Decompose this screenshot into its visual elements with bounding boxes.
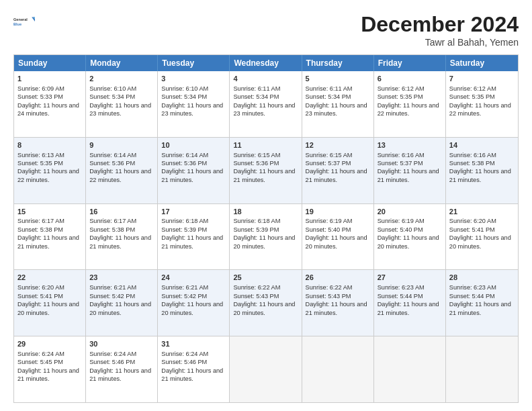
day-number: 6 [378, 74, 442, 84]
sunrise-text: Sunrise: 6:13 AM [17, 152, 64, 158]
daylight-text: Daylight: 11 hours and 23 minutes. [233, 102, 295, 117]
cell-dec-30: 30 Sunrise: 6:24 AM Sunset: 5:46 PM Dayl… [86, 336, 158, 402]
sunrise-text: Sunrise: 6:17 AM [89, 218, 136, 224]
day-number: 28 [449, 273, 515, 283]
daylight-text: Daylight: 11 hours and 21 minutes. [161, 168, 223, 183]
header-saturday: Saturday [446, 55, 518, 71]
daylight-text: Daylight: 11 hours and 21 minutes. [378, 168, 439, 183]
day-number: 31 [161, 339, 226, 349]
sunset-text: Sunset: 5:41 PM [449, 226, 495, 233]
sunset-text: Sunset: 5:33 PM [17, 93, 63, 100]
daylight-text: Daylight: 11 hours and 21 minutes. [378, 301, 439, 316]
sunset-text: Sunset: 5:35 PM [17, 160, 63, 167]
sunrise-text: Sunrise: 6:18 AM [161, 218, 208, 224]
week-row-1: 1 Sunrise: 6:09 AM Sunset: 5:33 PM Dayli… [14, 71, 518, 138]
sunrise-text: Sunrise: 6:23 AM [378, 284, 425, 291]
cell-dec-7: 7 Sunrise: 6:12 AM Sunset: 5:35 PM Dayli… [446, 71, 518, 137]
daylight-text: Daylight: 11 hours and 20 minutes. [17, 301, 79, 316]
sunrise-text: Sunrise: 6:10 AM [89, 85, 136, 92]
sunrise-text: Sunrise: 6:22 AM [233, 284, 280, 291]
day-number: 24 [161, 273, 226, 283]
cell-dec-31: 31 Sunrise: 6:24 AM Sunset: 5:46 PM Dayl… [158, 336, 230, 402]
cell-dec-6: 6 Sunrise: 6:12 AM Sunset: 5:35 PM Dayli… [374, 71, 446, 137]
day-number: 16 [89, 207, 154, 217]
sunset-text: Sunset: 5:36 PM [89, 160, 135, 167]
sunset-text: Sunset: 5:43 PM [233, 293, 279, 300]
sunrise-text: Sunrise: 6:19 AM [306, 218, 353, 224]
daylight-text: Daylight: 11 hours and 20 minutes. [449, 234, 511, 249]
cell-dec-20: 20 Sunrise: 6:19 AM Sunset: 5:40 PM Dayl… [374, 204, 446, 270]
sunset-text: Sunset: 5:39 PM [161, 226, 207, 233]
day-number: 1 [17, 74, 82, 84]
cell-dec-25: 25 Sunrise: 6:22 AM Sunset: 5:43 PM Dayl… [230, 270, 302, 336]
day-number: 29 [17, 339, 82, 349]
day-number: 26 [306, 273, 370, 283]
sunset-text: Sunset: 5:41 PM [17, 293, 63, 300]
sunrise-text: Sunrise: 6:10 AM [161, 85, 208, 92]
daylight-text: Daylight: 11 hours and 23 minutes. [89, 102, 151, 117]
cell-dec-19: 19 Sunrise: 6:19 AM Sunset: 5:40 PM Dayl… [302, 204, 374, 270]
sunrise-text: Sunrise: 6:18 AM [233, 218, 280, 224]
cell-dec-16: 16 Sunrise: 6:17 AM Sunset: 5:38 PM Dayl… [86, 204, 158, 270]
calendar-header: Sunday Monday Tuesday Wednesday Thursday… [14, 55, 518, 71]
daylight-text: Daylight: 11 hours and 20 minutes. [306, 234, 367, 249]
cell-dec-21: 21 Sunrise: 6:20 AM Sunset: 5:41 PM Dayl… [446, 204, 518, 270]
daylight-text: Daylight: 11 hours and 22 minutes. [378, 102, 439, 117]
day-number: 2 [89, 74, 154, 84]
daylight-text: Daylight: 11 hours and 21 minutes. [161, 234, 223, 249]
day-number: 7 [449, 74, 515, 84]
day-number: 27 [378, 273, 442, 283]
sunset-text: Sunset: 5:38 PM [17, 226, 63, 233]
sunset-text: Sunset: 5:46 PM [89, 359, 135, 365]
daylight-text: Daylight: 11 hours and 21 minutes. [449, 168, 511, 183]
cell-empty-4 [446, 336, 518, 402]
sunrise-text: Sunrise: 6:24 AM [89, 351, 136, 357]
daylight-text: Daylight: 11 hours and 24 minutes. [17, 102, 79, 117]
day-number: 14 [449, 140, 515, 150]
week-row-3: 15 Sunrise: 6:17 AM Sunset: 5:38 PM Dayl… [14, 204, 518, 271]
sunset-text: Sunset: 5:37 PM [378, 160, 423, 167]
daylight-text: Daylight: 11 hours and 23 minutes. [161, 102, 223, 117]
cell-dec-12: 12 Sunrise: 6:15 AM Sunset: 5:37 PM Dayl… [302, 138, 374, 203]
sunset-text: Sunset: 5:45 PM [17, 359, 63, 365]
week-row-2: 8 Sunrise: 6:13 AM Sunset: 5:35 PM Dayli… [14, 138, 518, 204]
week-row-4: 22 Sunrise: 6:20 AM Sunset: 5:41 PM Dayl… [14, 270, 518, 336]
cell-dec-3: 3 Sunrise: 6:10 AM Sunset: 5:34 PM Dayli… [158, 71, 230, 137]
header-wednesday: Wednesday [230, 55, 302, 71]
sunset-text: Sunset: 5:36 PM [161, 160, 207, 167]
sunrise-text: Sunrise: 6:16 AM [449, 152, 496, 158]
cell-empty-2 [302, 336, 374, 402]
sunrise-text: Sunrise: 6:12 AM [449, 85, 496, 92]
daylight-text: Daylight: 11 hours and 21 minutes. [233, 168, 295, 183]
day-number: 5 [306, 74, 370, 84]
cell-dec-10: 10 Sunrise: 6:14 AM Sunset: 5:36 PM Dayl… [158, 138, 230, 203]
cell-dec-27: 27 Sunrise: 6:23 AM Sunset: 5:44 PM Dayl… [374, 270, 446, 336]
title-block: December 2024 Tawr al Bahah, Yemen [361, 12, 519, 48]
sunset-text: Sunset: 5:34 PM [89, 93, 135, 100]
day-number: 10 [161, 140, 226, 150]
day-number: 17 [161, 207, 226, 217]
cell-dec-2: 2 Sunrise: 6:10 AM Sunset: 5:34 PM Dayli… [86, 71, 158, 137]
header-tuesday: Tuesday [158, 55, 230, 71]
logo: GeneralBlue [13, 12, 35, 31]
sunrise-text: Sunrise: 6:15 AM [306, 152, 353, 158]
sunrise-text: Sunrise: 6:19 AM [378, 218, 425, 224]
cell-dec-1: 1 Sunrise: 6:09 AM Sunset: 5:33 PM Dayli… [14, 71, 86, 137]
cell-dec-8: 8 Sunrise: 6:13 AM Sunset: 5:35 PM Dayli… [14, 138, 86, 203]
cell-dec-4: 4 Sunrise: 6:11 AM Sunset: 5:34 PM Dayli… [230, 71, 302, 137]
day-number: 25 [233, 273, 298, 283]
sunset-text: Sunset: 5:42 PM [89, 293, 135, 300]
sunset-text: Sunset: 5:37 PM [306, 160, 351, 167]
daylight-text: Daylight: 11 hours and 21 minutes. [89, 234, 151, 249]
cell-dec-28: 28 Sunrise: 6:23 AM Sunset: 5:44 PM Dayl… [446, 270, 518, 336]
sunrise-text: Sunrise: 6:17 AM [17, 218, 64, 224]
header-sunday: Sunday [14, 55, 86, 71]
daylight-text: Daylight: 11 hours and 21 minutes. [89, 367, 151, 382]
daylight-text: Daylight: 11 hours and 20 minutes. [233, 301, 295, 316]
sunset-text: Sunset: 5:34 PM [161, 93, 207, 100]
header-monday: Monday [86, 55, 158, 71]
day-number: 21 [449, 207, 515, 217]
cell-dec-23: 23 Sunrise: 6:21 AM Sunset: 5:42 PM Dayl… [86, 270, 158, 336]
day-number: 23 [89, 273, 154, 283]
header-thursday: Thursday [302, 55, 374, 71]
